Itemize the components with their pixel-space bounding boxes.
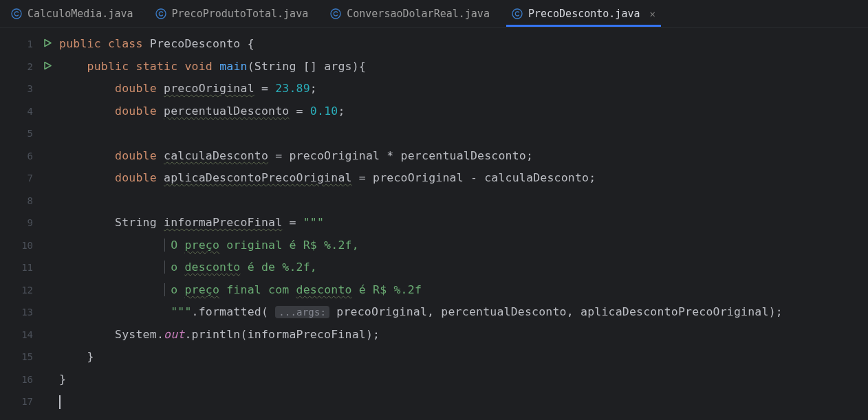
code-line xyxy=(59,190,868,212)
inlay-hint: ...args: xyxy=(275,306,329,318)
line-number: 6 xyxy=(28,151,33,162)
code-line: double precoOriginal = 23.89; xyxy=(59,78,868,100)
java-class-icon xyxy=(11,8,22,19)
code-line: o desconto é de %.2f, xyxy=(59,256,868,279)
svg-point-2 xyxy=(331,9,340,19)
line-number: 10 xyxy=(21,240,33,251)
line-number: 15 xyxy=(21,351,33,362)
tab-label: PrecoProdutoTotal.java xyxy=(172,8,309,20)
code-line: String informaPrecoFinal = """ xyxy=(59,212,868,234)
line-number: 9 xyxy=(28,217,33,228)
line-number: 13 xyxy=(21,307,33,318)
editor-tabs: CalculoMedia.java PrecoProdutoTotal.java… xyxy=(0,0,868,27)
line-number: 16 xyxy=(21,374,33,385)
tab-conversaodolarreal[interactable]: ConversaoDolarReal.java xyxy=(319,0,501,27)
line-number: 8 xyxy=(28,195,33,206)
code-line: """.formatted( ...args: precoOriginal, p… xyxy=(59,301,868,324)
svg-point-3 xyxy=(512,9,522,19)
line-number: 2 xyxy=(28,61,33,72)
java-class-icon xyxy=(330,8,341,19)
tab-precodesconto[interactable]: PrecoDesconto.java ✕ xyxy=(501,0,666,27)
svg-point-1 xyxy=(156,9,166,19)
code-area[interactable]: public class PrecoDesconto { public stat… xyxy=(40,27,868,420)
tab-precoprodutototal[interactable]: PrecoProdutoTotal.java xyxy=(144,0,320,27)
tab-label: CalculoMedia.java xyxy=(28,8,133,20)
line-number: 1 xyxy=(28,38,33,49)
tab-label: PrecoDesconto.java xyxy=(528,8,640,20)
line-number: 7 xyxy=(28,173,33,184)
code-line: double aplicaDescontoPrecoOriginal = pre… xyxy=(59,167,868,190)
tab-label: ConversaoDolarReal.java xyxy=(347,8,490,20)
line-number-gutter: 1 2 3 4 5 6 7 8 9 10 11 12 13 14 15 16 1… xyxy=(0,27,40,420)
line-number: 3 xyxy=(28,83,33,94)
close-icon[interactable]: ✕ xyxy=(650,8,655,19)
tab-calculomedia[interactable]: CalculoMedia.java xyxy=(0,0,144,27)
code-line xyxy=(59,390,868,413)
line-number: 14 xyxy=(21,329,33,340)
code-line: double percentualDesconto = 0.10; xyxy=(59,100,868,123)
code-line: double calculaDesconto = precoOriginal *… xyxy=(59,145,868,168)
code-line xyxy=(59,122,868,145)
java-class-icon xyxy=(512,8,523,19)
code-line: O preço original é R$ %.2f, xyxy=(59,234,868,257)
code-line: } xyxy=(59,368,868,391)
code-line: System.out.println(informaPrecoFinal); xyxy=(59,324,868,346)
line-number: 12 xyxy=(21,285,33,296)
svg-point-0 xyxy=(12,9,21,19)
code-line: public static void main(String [] args){ xyxy=(59,56,868,78)
line-number: 4 xyxy=(28,106,33,117)
line-number: 17 xyxy=(21,396,33,407)
java-class-icon xyxy=(155,8,166,19)
code-editor[interactable]: 1 2 3 4 5 6 7 8 9 10 11 12 13 14 15 16 1… xyxy=(0,27,868,420)
line-number: 5 xyxy=(28,128,33,139)
line-number: 11 xyxy=(21,262,33,273)
run-gutter-icon[interactable] xyxy=(43,38,52,50)
code-line: o preço final com desconto é R$ %.2f xyxy=(59,279,868,302)
run-gutter-icon[interactable] xyxy=(43,60,52,72)
text-caret xyxy=(59,395,61,409)
code-line: public class PrecoDesconto { xyxy=(59,33,868,56)
code-line: } xyxy=(59,346,868,368)
